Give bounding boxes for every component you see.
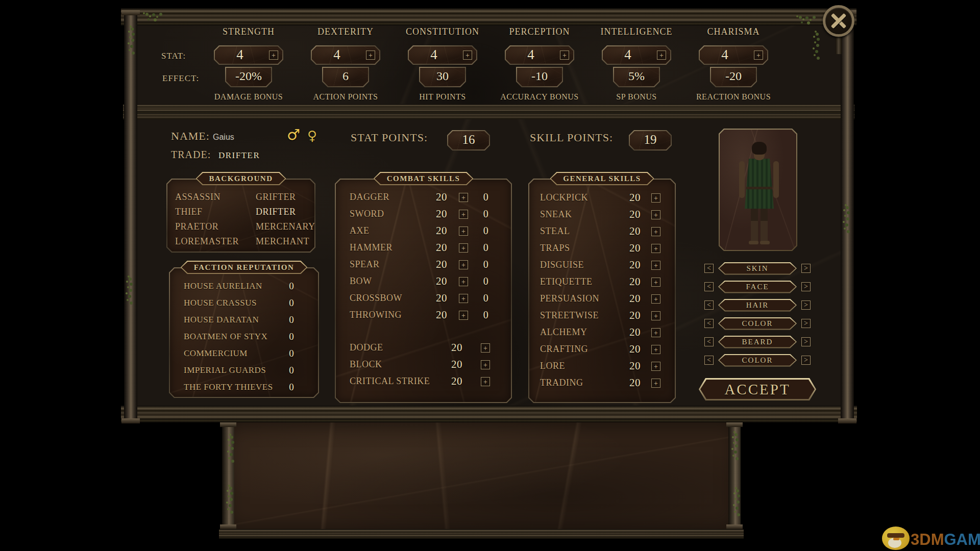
beard-prev-button[interactable]: < (704, 337, 714, 346)
background-option-drifter[interactable]: DRIFTER (256, 205, 315, 219)
plus-icon: + (654, 228, 658, 236)
background-option-thief[interactable]: THIEF (175, 205, 256, 219)
ivy-decoration (143, 12, 145, 14)
combat-title: COMBAT SKILLS (374, 172, 474, 185)
plus-icon: + (461, 312, 465, 319)
close-button[interactable] (823, 5, 854, 37)
increase-alchemy-button[interactable]: + (651, 328, 660, 337)
increase-charisma-button[interactable]: + (754, 51, 763, 60)
name-input[interactable] (213, 133, 284, 142)
appearance-row-hair: < HAIR > (704, 296, 811, 314)
faction-row: IMPERIAL GUARDS0 (169, 362, 319, 379)
increase-etiquette-button[interactable]: + (651, 278, 660, 287)
general-title: GENERAL SKILLS (550, 172, 654, 185)
plus-icon: + (654, 312, 658, 320)
beard-color-next-button[interactable]: > (801, 356, 811, 365)
stat-column-dexterity: DEXTERITY 4 + 6 ACTION POINTS (297, 27, 394, 102)
increase-sword-button[interactable]: + (459, 210, 468, 219)
increase-trading-button[interactable]: + (651, 379, 660, 388)
dexterity-bonus-label: ACTION POINTS (297, 92, 394, 102)
beard-next-button[interactable]: > (801, 337, 811, 346)
faction-title: FACTION REPUTATION (181, 261, 308, 274)
skin-next-button[interactable]: > (801, 264, 811, 273)
beard-color-prev-button[interactable]: < (704, 356, 714, 365)
increase-crafting-button[interactable]: + (651, 345, 660, 354)
increase-block-button[interactable]: + (481, 360, 490, 369)
increase-steal-button[interactable]: + (651, 227, 660, 236)
background-option-loremaster[interactable]: LOREMASTER (175, 234, 256, 249)
right-pillar (841, 11, 854, 422)
plus-icon: + (654, 295, 658, 303)
perception-bonus-label: ACCURACY BONUS (491, 92, 588, 102)
ivy-decoration (130, 26, 132, 28)
general-panel-header: GENERAL SKILLS (550, 172, 654, 185)
increase-hammer-button[interactable]: + (459, 243, 468, 253)
dexterity-effect-value: 6 (322, 67, 369, 87)
faction-name: HOUSE DARATAN (184, 311, 259, 328)
increase-sneak-button[interactable]: + (651, 210, 660, 219)
face-prev-button[interactable]: < (704, 282, 714, 291)
face-next-button[interactable]: > (801, 282, 811, 291)
increase-bow-button[interactable]: + (459, 277, 468, 286)
increase-constitution-button[interactable]: + (463, 51, 472, 60)
stat-column-perception: PERCEPTION 4 + -10 ACCURACY BONUS (491, 27, 588, 102)
increase-spear-button[interactable]: + (459, 260, 468, 269)
watermark: 3DMGAME (882, 525, 980, 551)
hair-prev-button[interactable]: < (704, 300, 714, 310)
increase-lockpick-button[interactable]: + (651, 193, 660, 203)
hair-color-next-button[interactable]: > (801, 319, 811, 328)
invested-points: 0 (480, 206, 492, 222)
general-skill-row: LOCKPICK20+ (528, 189, 676, 206)
increase-dagger-button[interactable]: + (459, 193, 468, 202)
beard-banner: BEARD (718, 336, 797, 348)
strength-stat-box: 4 + (214, 45, 283, 65)
background-option-praetor[interactable]: PRAETOR (175, 219, 256, 234)
increase-persuasion-button[interactable]: + (651, 294, 660, 304)
constitution-effect-box: 30 (419, 67, 466, 87)
plus-icon: + (272, 52, 276, 59)
plus-icon: + (483, 361, 487, 369)
accept-button[interactable]: ACCEPT (699, 378, 816, 400)
increase-axe-button[interactable]: + (459, 227, 468, 236)
background-option-grifter[interactable]: GRIFTER (256, 190, 315, 205)
increase-streetwise-button[interactable]: + (651, 311, 660, 320)
general-skill-row: CRAFTING20+ (528, 341, 676, 358)
increase-traps-button[interactable]: + (651, 244, 660, 253)
combat-skills-panel: COMBAT SKILLS DAGGER20+0 SWORD20+0 AXE20… (335, 179, 512, 403)
female-icon[interactable]: ♀ (307, 129, 317, 142)
skin-prev-button[interactable]: < (704, 264, 714, 273)
increase-throwing-button[interactable]: + (459, 311, 468, 320)
next-icon: > (804, 356, 808, 364)
prev-icon: < (707, 283, 711, 290)
increase-perception-button[interactable]: + (560, 51, 569, 60)
general-skill-row: SNEAK20+ (528, 206, 676, 223)
intelligence-bonus-label: SP BONUS (588, 92, 685, 102)
ivy-decoration (228, 485, 230, 487)
increase-crossbow-button[interactable]: + (459, 294, 468, 303)
faction-value: 0 (284, 311, 299, 328)
male-icon[interactable]: ♂ (287, 128, 300, 142)
perception-effect-box: -10 (516, 67, 563, 87)
character-figure (720, 130, 796, 250)
combat-skill-row: DAGGER20+0 (335, 189, 512, 206)
background-option-mercenary[interactable]: MERCENARY (256, 219, 315, 234)
increase-disguise-button[interactable]: + (651, 261, 660, 270)
hair-color-prev-button[interactable]: < (704, 319, 714, 328)
faction-panel-header: FACTION REPUTATION (181, 261, 308, 274)
increase-critical-strike-button[interactable]: + (481, 377, 490, 386)
increase-intelligence-button[interactable]: + (657, 51, 666, 60)
increase-strength-button[interactable]: + (269, 51, 278, 60)
skill-points-box: 19 (629, 130, 672, 151)
hair-next-button[interactable]: > (801, 300, 811, 310)
increase-dodge-button[interactable]: + (481, 343, 490, 353)
background-option-merchant[interactable]: MERCHANT (256, 234, 315, 249)
watermark-game: GAME (944, 531, 980, 548)
stat-name-label: CHARISMA (685, 27, 782, 38)
stat-column-constitution: CONSTITUTION 4 + 30 HIT POINTS (394, 27, 491, 102)
plus-icon: + (461, 211, 465, 218)
invested-points: 0 (480, 239, 492, 256)
increase-dexterity-button[interactable]: + (366, 51, 375, 60)
increase-lore-button[interactable]: + (651, 362, 660, 371)
background-option-assassin[interactable]: ASSASSIN (175, 190, 256, 205)
general-skill-row: STEAL20+ (528, 223, 676, 240)
